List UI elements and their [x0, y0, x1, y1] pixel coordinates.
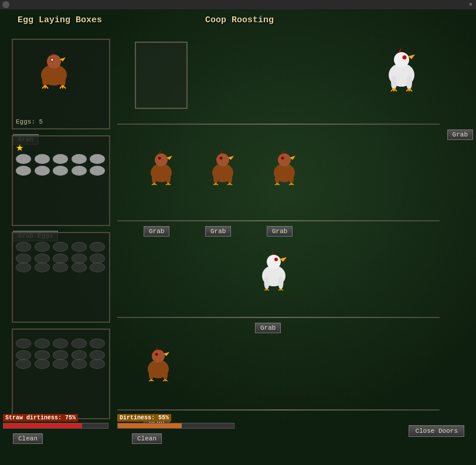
svg-marker-30 — [159, 149, 161, 153]
title-bar: × — [0, 0, 476, 9]
svg-point-85 — [163, 370, 168, 380]
chicken-brown-1 — [33, 49, 74, 96]
clean-button-right[interactable]: Clean — [132, 433, 162, 444]
svg-point-18 — [403, 56, 407, 60]
main-content: Egg Laying Boxes — [0, 9, 476, 465]
straw-dirtiness-label: Straw dirtiness: 75% — [3, 414, 78, 422]
grab-button-slot1[interactable]: Grab — [447, 129, 473, 140]
dirtiness-label: Dirtiness: 55% — [117, 414, 171, 422]
clean-button-left[interactable]: Clean — [13, 433, 43, 444]
divider-3 — [117, 317, 440, 318]
svg-marker-43 — [220, 149, 223, 153]
svg-point-46 — [227, 173, 232, 184]
star-icon-1: ★ — [16, 139, 23, 155]
svg-marker-69 — [271, 249, 274, 254]
svg-point-58 — [275, 173, 280, 184]
egg-grid-3 — [16, 242, 107, 264]
svg-point-54 — [278, 153, 291, 166]
svg-point-33 — [166, 173, 171, 184]
svg-point-31 — [158, 157, 161, 160]
svg-point-41 — [216, 153, 229, 166]
left-panel: Egg Laying Boxes — [0, 9, 117, 454]
svg-point-44 — [220, 157, 223, 160]
roost-slot-1 — [117, 39, 446, 126]
svg-point-57 — [281, 157, 284, 160]
brown-chicken-4 — [141, 343, 176, 384]
dirtiness-bar-fill — [118, 423, 182, 428]
egg-box-3 — [12, 232, 110, 323]
brown-chicken-2a — [144, 147, 179, 188]
dirtiness-bar-bg — [117, 423, 234, 429]
title-bar-icon — [2, 1, 9, 8]
divider-1 — [117, 124, 440, 125]
egg-laying-header: Egg Laying Boxes — [18, 15, 102, 25]
egg-grid-4 — [16, 339, 107, 360]
svg-point-19 — [391, 76, 397, 90]
svg-point-1 — [47, 54, 61, 69]
divider-2 — [117, 220, 440, 221]
svg-point-59 — [289, 173, 294, 184]
egg-box-4 — [12, 329, 110, 419]
svg-point-80 — [152, 350, 165, 363]
svg-point-45 — [213, 173, 218, 184]
egg-box-2: ★ — [12, 135, 110, 226]
svg-point-13 — [51, 59, 53, 61]
eggs-count-1: Eggs: 5 — [16, 118, 43, 125]
close-doors-button[interactable]: Close Doors — [409, 425, 464, 437]
svg-point-70 — [274, 258, 278, 261]
roost-slot-3 — [117, 235, 446, 323]
svg-point-67 — [267, 255, 281, 269]
svg-point-5 — [42, 75, 48, 87]
egg-grid-4b — [16, 359, 107, 369]
brown-chicken-2b — [205, 147, 240, 188]
straw-dirtiness-bar: Straw dirtiness: 75% — [3, 412, 111, 429]
right-panel: Coop Roosting — [114, 9, 476, 454]
egg-box-1: Eggs: 5 — [12, 39, 110, 129]
dirtiness-bar-container: Dirtiness: 55% — [117, 412, 375, 429]
egg-grid-2 — [16, 154, 107, 176]
coop-roosting-header: Coop Roosting — [205, 15, 274, 25]
empty-roost-box — [135, 42, 188, 109]
svg-point-6 — [60, 75, 66, 87]
svg-point-20 — [406, 76, 412, 90]
egg-grid-3b — [16, 262, 107, 272]
svg-point-84 — [149, 370, 154, 380]
svg-point-83 — [155, 353, 158, 356]
svg-point-28 — [155, 153, 168, 166]
white-chicken-1 — [381, 45, 422, 94]
title-bar-close-btn[interactable]: × — [469, 2, 472, 8]
straw-dirtiness-bar-bg — [3, 423, 108, 429]
svg-point-15 — [394, 52, 409, 67]
svg-marker-82 — [156, 346, 158, 350]
svg-point-72 — [278, 276, 284, 289]
svg-point-71 — [264, 276, 270, 289]
divider-4 — [117, 409, 440, 411]
svg-point-32 — [152, 173, 157, 184]
roost-slot-4 — [117, 331, 446, 413]
straw-dirtiness-bar-fill — [4, 423, 82, 428]
svg-marker-56 — [282, 149, 284, 153]
svg-marker-17 — [398, 47, 402, 52]
white-chicken-3 — [255, 247, 293, 293]
roost-slot-2 — [117, 138, 446, 226]
brown-chicken-2c — [267, 147, 302, 188]
